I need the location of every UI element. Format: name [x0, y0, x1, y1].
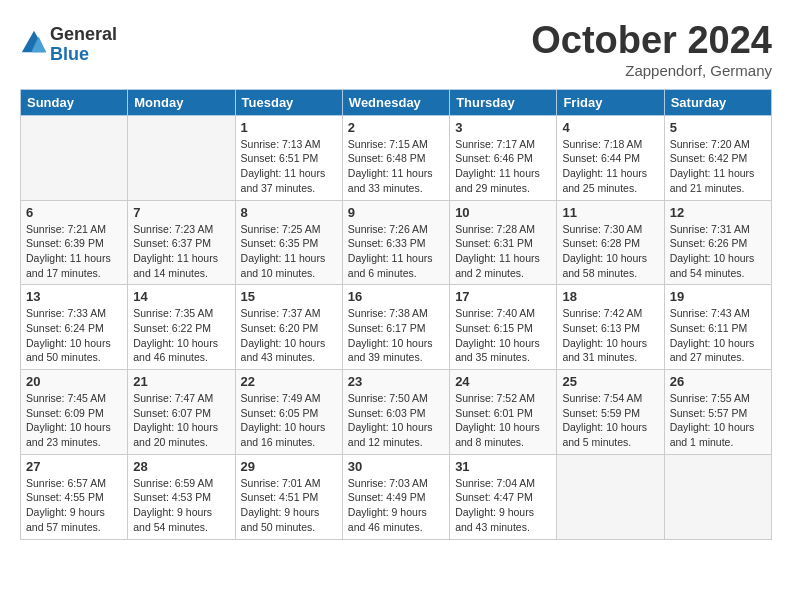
- day-header-sunday: Sunday: [21, 89, 128, 115]
- day-number: 20: [26, 374, 122, 389]
- week-row-3: 13Sunrise: 7:33 AMSunset: 6:24 PMDayligh…: [21, 285, 772, 370]
- day-number: 28: [133, 459, 229, 474]
- day-number: 10: [455, 205, 551, 220]
- calendar-cell: [128, 115, 235, 200]
- cell-content: Sunrise: 7:26 AMSunset: 6:33 PMDaylight:…: [348, 222, 444, 281]
- day-number: 3: [455, 120, 551, 135]
- cell-content: Sunrise: 7:37 AMSunset: 6:20 PMDaylight:…: [241, 306, 337, 365]
- cell-content: Sunrise: 7:20 AMSunset: 6:42 PMDaylight:…: [670, 137, 766, 196]
- week-row-1: 1Sunrise: 7:13 AMSunset: 6:51 PMDaylight…: [21, 115, 772, 200]
- day-number: 16: [348, 289, 444, 304]
- day-number: 26: [670, 374, 766, 389]
- day-header-thursday: Thursday: [450, 89, 557, 115]
- day-number: 25: [562, 374, 658, 389]
- calendar-cell: 4Sunrise: 7:18 AMSunset: 6:44 PMDaylight…: [557, 115, 664, 200]
- cell-content: Sunrise: 7:45 AMSunset: 6:09 PMDaylight:…: [26, 391, 122, 450]
- day-number: 21: [133, 374, 229, 389]
- week-row-5: 27Sunrise: 6:57 AMSunset: 4:55 PMDayligh…: [21, 454, 772, 539]
- cell-content: Sunrise: 7:30 AMSunset: 6:28 PMDaylight:…: [562, 222, 658, 281]
- cell-content: Sunrise: 7:31 AMSunset: 6:26 PMDaylight:…: [670, 222, 766, 281]
- cell-content: Sunrise: 7:01 AMSunset: 4:51 PMDaylight:…: [241, 476, 337, 535]
- calendar: SundayMondayTuesdayWednesdayThursdayFrid…: [20, 89, 772, 540]
- cell-content: Sunrise: 7:52 AMSunset: 6:01 PMDaylight:…: [455, 391, 551, 450]
- day-number: 1: [241, 120, 337, 135]
- cell-content: Sunrise: 7:55 AMSunset: 5:57 PMDaylight:…: [670, 391, 766, 450]
- calendar-cell: 15Sunrise: 7:37 AMSunset: 6:20 PMDayligh…: [235, 285, 342, 370]
- day-number: 30: [348, 459, 444, 474]
- cell-content: Sunrise: 7:15 AMSunset: 6:48 PMDaylight:…: [348, 137, 444, 196]
- day-number: 8: [241, 205, 337, 220]
- day-number: 7: [133, 205, 229, 220]
- day-number: 24: [455, 374, 551, 389]
- page: General Blue October 2024 Zappendorf, Ge…: [0, 0, 792, 550]
- cell-content: Sunrise: 7:35 AMSunset: 6:22 PMDaylight:…: [133, 306, 229, 365]
- calendar-cell: 29Sunrise: 7:01 AMSunset: 4:51 PMDayligh…: [235, 454, 342, 539]
- day-number: 5: [670, 120, 766, 135]
- calendar-cell: 31Sunrise: 7:04 AMSunset: 4:47 PMDayligh…: [450, 454, 557, 539]
- calendar-cell: 23Sunrise: 7:50 AMSunset: 6:03 PMDayligh…: [342, 370, 449, 455]
- calendar-cell: 20Sunrise: 7:45 AMSunset: 6:09 PMDayligh…: [21, 370, 128, 455]
- logo-text: General Blue: [50, 25, 117, 65]
- day-header-saturday: Saturday: [664, 89, 771, 115]
- calendar-cell: 5Sunrise: 7:20 AMSunset: 6:42 PMDaylight…: [664, 115, 771, 200]
- day-number: 23: [348, 374, 444, 389]
- cell-content: Sunrise: 7:33 AMSunset: 6:24 PMDaylight:…: [26, 306, 122, 365]
- calendar-cell: 14Sunrise: 7:35 AMSunset: 6:22 PMDayligh…: [128, 285, 235, 370]
- day-number: 19: [670, 289, 766, 304]
- week-row-2: 6Sunrise: 7:21 AMSunset: 6:39 PMDaylight…: [21, 200, 772, 285]
- calendar-cell: 7Sunrise: 7:23 AMSunset: 6:37 PMDaylight…: [128, 200, 235, 285]
- day-number: 11: [562, 205, 658, 220]
- cell-content: Sunrise: 7:50 AMSunset: 6:03 PMDaylight:…: [348, 391, 444, 450]
- cell-content: Sunrise: 7:47 AMSunset: 6:07 PMDaylight:…: [133, 391, 229, 450]
- day-header-tuesday: Tuesday: [235, 89, 342, 115]
- calendar-cell: 27Sunrise: 6:57 AMSunset: 4:55 PMDayligh…: [21, 454, 128, 539]
- calendar-cell: 3Sunrise: 7:17 AMSunset: 6:46 PMDaylight…: [450, 115, 557, 200]
- calendar-cell: 9Sunrise: 7:26 AMSunset: 6:33 PMDaylight…: [342, 200, 449, 285]
- cell-content: Sunrise: 7:04 AMSunset: 4:47 PMDaylight:…: [455, 476, 551, 535]
- week-row-4: 20Sunrise: 7:45 AMSunset: 6:09 PMDayligh…: [21, 370, 772, 455]
- calendar-cell: 10Sunrise: 7:28 AMSunset: 6:31 PMDayligh…: [450, 200, 557, 285]
- day-number: 22: [241, 374, 337, 389]
- cell-content: Sunrise: 7:54 AMSunset: 5:59 PMDaylight:…: [562, 391, 658, 450]
- location: Zappendorf, Germany: [531, 62, 772, 79]
- cell-content: Sunrise: 7:43 AMSunset: 6:11 PMDaylight:…: [670, 306, 766, 365]
- cell-content: Sunrise: 7:40 AMSunset: 6:15 PMDaylight:…: [455, 306, 551, 365]
- day-number: 2: [348, 120, 444, 135]
- calendar-cell: 18Sunrise: 7:42 AMSunset: 6:13 PMDayligh…: [557, 285, 664, 370]
- calendar-cell: 28Sunrise: 6:59 AMSunset: 4:53 PMDayligh…: [128, 454, 235, 539]
- cell-content: Sunrise: 7:17 AMSunset: 6:46 PMDaylight:…: [455, 137, 551, 196]
- day-number: 6: [26, 205, 122, 220]
- day-number: 17: [455, 289, 551, 304]
- calendar-header-row: SundayMondayTuesdayWednesdayThursdayFrid…: [21, 89, 772, 115]
- cell-content: Sunrise: 7:42 AMSunset: 6:13 PMDaylight:…: [562, 306, 658, 365]
- day-header-wednesday: Wednesday: [342, 89, 449, 115]
- header: General Blue October 2024 Zappendorf, Ge…: [20, 20, 772, 79]
- day-number: 18: [562, 289, 658, 304]
- day-number: 4: [562, 120, 658, 135]
- calendar-cell: 17Sunrise: 7:40 AMSunset: 6:15 PMDayligh…: [450, 285, 557, 370]
- calendar-cell: 1Sunrise: 7:13 AMSunset: 6:51 PMDaylight…: [235, 115, 342, 200]
- month-title: October 2024: [531, 20, 772, 62]
- cell-content: Sunrise: 7:38 AMSunset: 6:17 PMDaylight:…: [348, 306, 444, 365]
- logo-icon: [20, 29, 48, 57]
- day-header-friday: Friday: [557, 89, 664, 115]
- calendar-cell: 13Sunrise: 7:33 AMSunset: 6:24 PMDayligh…: [21, 285, 128, 370]
- day-number: 9: [348, 205, 444, 220]
- calendar-cell: [21, 115, 128, 200]
- calendar-cell: 2Sunrise: 7:15 AMSunset: 6:48 PMDaylight…: [342, 115, 449, 200]
- calendar-cell: 30Sunrise: 7:03 AMSunset: 4:49 PMDayligh…: [342, 454, 449, 539]
- calendar-cell: 6Sunrise: 7:21 AMSunset: 6:39 PMDaylight…: [21, 200, 128, 285]
- calendar-cell: 25Sunrise: 7:54 AMSunset: 5:59 PMDayligh…: [557, 370, 664, 455]
- cell-content: Sunrise: 7:21 AMSunset: 6:39 PMDaylight:…: [26, 222, 122, 281]
- cell-content: Sunrise: 7:23 AMSunset: 6:37 PMDaylight:…: [133, 222, 229, 281]
- day-number: 12: [670, 205, 766, 220]
- day-header-monday: Monday: [128, 89, 235, 115]
- cell-content: Sunrise: 7:03 AMSunset: 4:49 PMDaylight:…: [348, 476, 444, 535]
- cell-content: Sunrise: 7:18 AMSunset: 6:44 PMDaylight:…: [562, 137, 658, 196]
- calendar-cell: [664, 454, 771, 539]
- cell-content: Sunrise: 7:49 AMSunset: 6:05 PMDaylight:…: [241, 391, 337, 450]
- cell-content: Sunrise: 7:13 AMSunset: 6:51 PMDaylight:…: [241, 137, 337, 196]
- cell-content: Sunrise: 6:57 AMSunset: 4:55 PMDaylight:…: [26, 476, 122, 535]
- calendar-cell: [557, 454, 664, 539]
- calendar-cell: 12Sunrise: 7:31 AMSunset: 6:26 PMDayligh…: [664, 200, 771, 285]
